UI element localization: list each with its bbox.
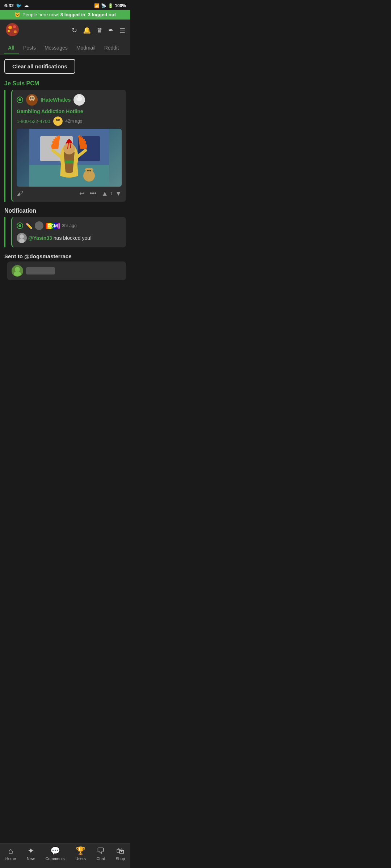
phone-number[interactable]: 1-800-522-4700 [17,119,50,124]
svg-point-14 [56,119,58,120]
time-ago-je-suis: 42m ago [66,119,83,124]
notif-user-avatar [35,221,43,230]
cloud-icon: ☁ [24,3,29,8]
blocked-username[interactable]: @Yasin33 [28,235,52,241]
svg-point-13 [53,116,63,126]
svg-point-2 [13,25,16,28]
svg-point-8 [32,97,34,99]
svg-point-0 [6,23,19,36]
refresh-icon[interactable]: ↻ [72,26,77,34]
je-suis-pcm-card: IHateWhales Gambling Addiction Hotline 1… [4,90,126,202]
svg-point-4 [14,30,17,33]
pcm-badge: PCM [46,223,60,229]
tab-reddit[interactable]: Reddit [100,41,123,54]
pen-icon[interactable]: ✒ [108,26,114,34]
svg-point-29 [87,170,89,171]
subreddit-name[interactable]: Gambling Addiction Hotline [17,109,83,114]
bell-icon[interactable]: 🔔 [83,26,91,34]
tab-all[interactable]: All [4,41,19,54]
notification-section-title: Notification [4,208,126,214]
blocked-message: @Yasin33 has blocked you! [17,233,122,243]
sent-to-placeholder [26,267,55,275]
sent-to-avatar [12,265,23,277]
banner-emoji: 🐱 [14,12,20,17]
battery-icon: 🔋 [108,3,113,8]
crown-icon[interactable]: ♛ [97,26,102,34]
sent-to-card-partial [7,261,126,280]
action-group: ↩ ••• ▲ 1 ▼ [79,190,122,197]
notif-header: IHateWhales Gambling Addiction Hotline [17,94,122,114]
tab-posts[interactable]: Posts [19,41,40,54]
notif-dismiss-dot[interactable] [17,222,23,229]
sent-to-label: Sent to @dogsmasterrace [4,253,126,259]
upvote-button[interactable]: ▲ [102,190,108,197]
tab-bar: All Posts Messages Modmail Reddit [0,41,130,55]
reply-button[interactable]: ↩ [79,190,85,197]
banner-text: People here now: 8 logged in, 3 logged o… [22,12,116,17]
svg-point-22 [63,143,75,154]
banner-logged-out: 3 logged out [88,12,116,17]
top-nav: ↻ 🔔 ♛ ✒ ☰ [0,20,130,41]
status-left: 6:32 🐦 ☁ [4,3,29,8]
downvote-button[interactable]: ▼ [115,190,122,197]
twitter-icon: 🐦 [16,3,22,8]
svg-point-30 [89,170,91,171]
user1-avatar [26,94,38,106]
notif-time-ago: 3hr ago [62,223,77,228]
je-suis-pcm-notification: IHateWhales Gambling Addiction Hotline 1… [11,90,126,202]
online-banner: 🐱 People here now: 8 logged in, 3 logged… [0,10,130,20]
tab-modmail[interactable]: Modmail [72,41,100,54]
status-time: 6:32 [4,3,14,8]
status-right: 📶 📡 🔋 100% [94,3,126,8]
dismiss-dot[interactable] [17,97,23,103]
post-actions: 🖌 ↩ ••• ▲ 1 ▼ [17,190,122,197]
subreddit-avatar [73,94,85,106]
svg-rect-21 [65,161,73,163]
svg-point-1 [8,26,12,29]
tab-messages[interactable]: Messages [40,41,72,54]
svg-point-38 [14,271,21,276]
svg-point-7 [30,97,31,99]
wifi-icon: 📶 [94,3,100,8]
mark-read-button[interactable]: 🖌 [17,190,23,197]
post-image [17,129,122,187]
menu-icon[interactable]: ☰ [119,26,125,34]
rage-face-avatar [53,116,63,126]
status-bar: 6:32 🐦 ☁ 📶 📡 🔋 100% [0,0,130,10]
main-content: Clear all notifications Je Suis PCM IH [0,55,130,316]
svg-point-15 [58,119,60,120]
nav-icons: ↻ 🔔 ♛ ✒ ☰ [72,26,125,34]
notification-card: ✏️ PCM 3hr ago @Yasin33 has blocked you! [11,217,126,247]
vote-group: ▲ 1 ▼ [102,190,122,197]
signal-icon: 📡 [101,3,106,8]
svg-point-3 [8,30,10,32]
je-suis-pcm-section-title: Je Suis PCM [4,80,126,87]
pencil-icon: ✏️ [25,222,33,229]
more-button[interactable]: ••• [90,190,97,197]
svg-point-34 [20,234,24,239]
user1-name[interactable]: IHateWhales [41,97,71,103]
notif-sub-header: ✏️ PCM 3hr ago [17,221,122,230]
logo[interactable] [5,22,20,38]
clear-all-button[interactable]: Clear all notifications [4,59,75,74]
blocked-user-avatar [17,233,27,243]
blocked-text-suffix: has blocked you! [54,235,92,241]
svg-point-35 [19,239,25,243]
battery-percent: 100% [115,3,126,8]
notification-card-wrapper: ✏️ PCM 3hr ago @Yasin33 has blocked you! [4,217,126,247]
svg-point-37 [15,267,20,272]
vote-count: 1 [110,191,113,196]
banner-logged-in: 8 logged in [60,12,85,17]
